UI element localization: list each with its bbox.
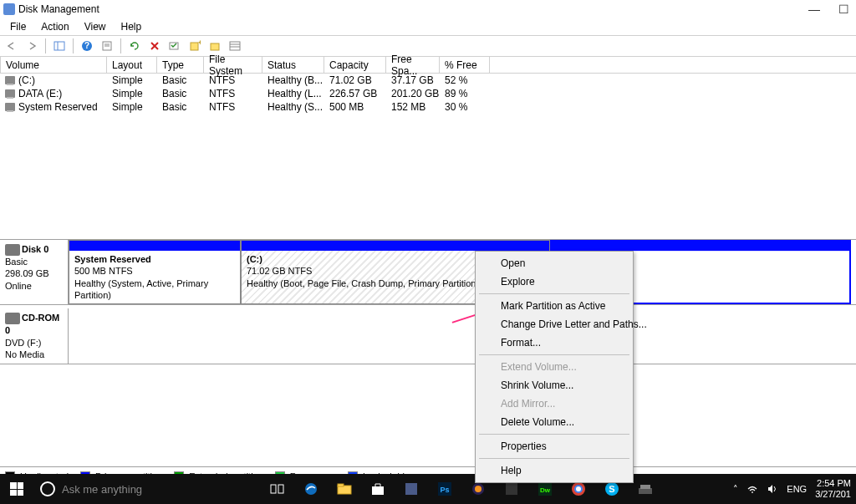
svg-text:?: ?: [84, 41, 89, 50]
context-menu-item[interactable]: Properties: [477, 437, 631, 456]
volume-row[interactable]: System Reserved Simple Basic NTFS Health…: [0, 100, 856, 114]
help-button[interactable]: ?: [78, 37, 96, 55]
partition-size: 500 MB NTFS: [74, 266, 133, 276]
volume-type: Basic: [157, 101, 204, 113]
col-pctfree[interactable]: % Free: [440, 57, 490, 73]
col-status[interactable]: Status: [262, 57, 324, 73]
app-icon: [3, 3, 15, 15]
volume-row[interactable]: DATA (E:) Simple Basic NTFS Healthy (L..…: [0, 87, 856, 100]
svg-rect-19: [372, 486, 384, 495]
volume-fs: NTFS: [204, 74, 262, 86]
partition-title: (C:): [247, 254, 262, 264]
col-freespace[interactable]: Free Spa...: [386, 57, 440, 73]
disk-size: 298.09 GB: [5, 267, 63, 279]
tray-clock[interactable]: 2:54 PM 3/27/201: [815, 478, 851, 499]
task-view-icon[interactable]: [261, 474, 294, 504]
menu-file[interactable]: File: [3, 19, 33, 34]
disk-type: Basic: [5, 256, 63, 267]
store-icon[interactable]: [361, 474, 395, 504]
menu-view[interactable]: View: [78, 19, 113, 34]
col-volume[interactable]: Volume: [0, 57, 107, 73]
properties-button[interactable]: [98, 37, 116, 55]
new-button[interactable]: ✦: [186, 37, 204, 55]
volume-freespace: 152 MB: [386, 101, 440, 113]
volume-name: DATA (E:): [18, 88, 62, 99]
partition-color-bar: [242, 241, 549, 251]
context-menu-item[interactable]: Delete Volume...: [477, 413, 631, 431]
volume-capacity: 500 MB: [324, 101, 386, 113]
tray-chevron-icon[interactable]: ˄: [733, 484, 738, 495]
system-tray: ˄ ENG 2:54 PM 3/27/201: [733, 478, 856, 499]
col-capacity[interactable]: Capacity: [324, 57, 386, 73]
search-box[interactable]: Ask me anything: [62, 483, 254, 496]
volume-list-pane: Volume Layout Type File System Status Ca…: [0, 57, 856, 239]
partition-title: System Reserved: [74, 254, 151, 264]
col-type[interactable]: Type: [157, 57, 204, 73]
volume-pctfree: 30 %: [440, 101, 490, 113]
window-titlebar: Disk Management — ☐: [0, 0, 856, 18]
windows-taskbar: Ask me anything Ps Dw S ˄ ENG 2:54 PM 3/…: [0, 474, 856, 504]
col-layout[interactable]: Layout: [107, 57, 157, 73]
minimize-button[interactable]: —: [805, 3, 823, 16]
svg-rect-10: [211, 43, 219, 50]
svg-rect-18: [338, 484, 344, 486]
photoshop-icon[interactable]: Ps: [428, 474, 461, 504]
partition-size: 71.02 GB NTFS: [247, 266, 312, 276]
app-icon-1[interactable]: [395, 474, 428, 504]
disk-icon: [5, 244, 20, 256]
context-menu-item[interactable]: Change Drive Letter and Paths...: [477, 315, 631, 333]
svg-rect-33: [639, 488, 652, 494]
disk-row: Disk 0 Basic 298.09 GB Online System Res…: [0, 240, 856, 305]
window-title: Disk Management: [18, 3, 99, 15]
context-menu-item[interactable]: Explore: [477, 272, 631, 291]
delete-button[interactable]: [145, 37, 164, 55]
start-button[interactable]: [0, 474, 33, 504]
context-menu-item[interactable]: Shrink Volume...: [477, 376, 631, 395]
disk-label: Disk 0: [22, 244, 48, 254]
disk-type: DVD (F:): [5, 337, 63, 349]
volume-list-header: Volume Layout Type File System Status Ca…: [0, 57, 856, 74]
settings-button[interactable]: [166, 37, 184, 55]
svg-rect-14: [271, 485, 276, 493]
svg-point-24: [475, 486, 482, 492]
partition-color-bar: [69, 241, 240, 251]
svg-rect-11: [230, 42, 240, 50]
col-filesystem[interactable]: File System: [204, 57, 262, 73]
app-icon-3[interactable]: [629, 474, 662, 504]
svg-text:Dw: Dw: [540, 486, 551, 494]
volume-type: Basic: [157, 88, 204, 99]
partition[interactable]: System Reserved 500 MB NTFS Healthy (Sys…: [69, 240, 241, 304]
disk-header[interactable]: Disk 0 Basic 298.09 GB Online: [0, 240, 69, 305]
volume-row[interactable]: (C:) Simple Basic NTFS Healthy (B... 71.…: [0, 74, 856, 87]
context-menu-item[interactable]: Format...: [477, 333, 631, 352]
volume-name: (C:): [18, 74, 35, 86]
edge-icon[interactable]: [294, 474, 328, 504]
file-explorer-icon[interactable]: [328, 474, 361, 504]
disk-row: CD-ROM 0 DVD (F:) No Media: [0, 308, 856, 364]
disk-icon: [5, 313, 20, 324]
menu-action[interactable]: Action: [34, 19, 75, 34]
disk-state: Online: [5, 280, 63, 292]
context-menu-item[interactable]: Open: [477, 254, 631, 272]
forward-button[interactable]: [23, 37, 41, 55]
tray-volume-icon[interactable]: [767, 484, 778, 494]
cortana-icon[interactable]: [40, 481, 55, 496]
disk-graphical-pane: Disk 0 Basic 298.09 GB Online System Res…: [0, 239, 856, 466]
volume-capacity: 71.02 GB: [324, 74, 386, 86]
context-menu-item: Extend Volume...: [477, 358, 631, 376]
show-hide-console-tree-button[interactable]: [50, 37, 69, 55]
maximize-button[interactable]: ☐: [835, 3, 853, 16]
tray-date: 3/27/201: [815, 489, 851, 500]
context-menu-item[interactable]: Help: [477, 461, 631, 480]
volume-layout: Simple: [107, 88, 157, 99]
disk-header[interactable]: CD-ROM 0 DVD (F:) No Media: [0, 308, 69, 364]
back-button[interactable]: [3, 37, 21, 55]
menu-help[interactable]: Help: [115, 19, 149, 34]
disk-icon: [5, 103, 15, 111]
tray-network-icon[interactable]: [746, 484, 758, 494]
volume-capacity: 226.57 GB: [324, 88, 386, 99]
svg-text:S: S: [609, 484, 614, 494]
tray-language[interactable]: ENG: [787, 484, 807, 494]
refresh-button[interactable]: [125, 37, 144, 55]
context-menu-item[interactable]: Mark Partition as Active: [477, 297, 631, 315]
